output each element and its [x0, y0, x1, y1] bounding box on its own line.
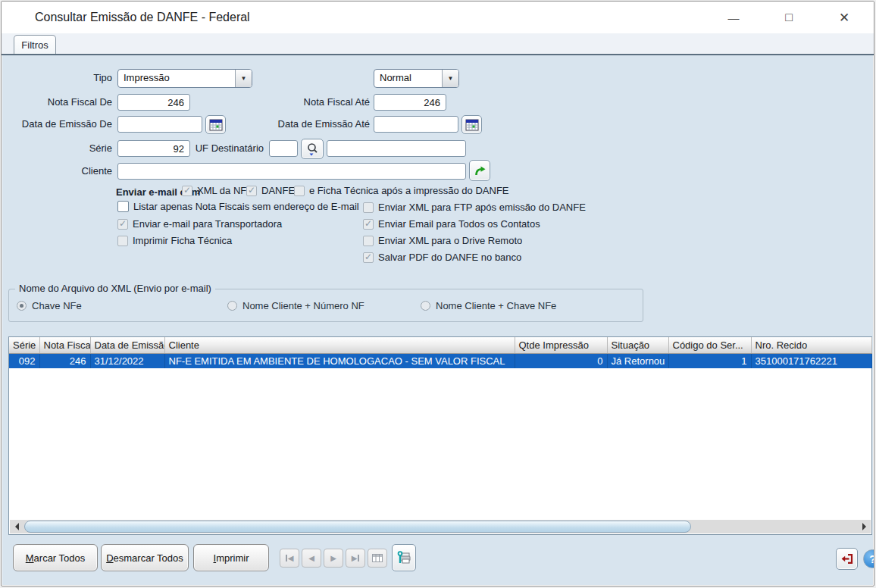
checkbox-label: e Ficha Técnica após a impressão do DANF… — [309, 185, 509, 196]
imprimir-button[interactable]: Imprimir — [193, 544, 269, 571]
column-header-qtde-impressao[interactable]: Qtde Impressão — [515, 337, 607, 354]
marcar-todos-button[interactable]: Marcar Todos — [13, 544, 98, 571]
uf-nome-input[interactable] — [327, 140, 466, 157]
radio-label: Chave NFe — [32, 300, 82, 311]
data-emissao-ate-input[interactable] — [374, 116, 458, 133]
column-header-data-emissao[interactable]: Data de Emissão — [90, 337, 164, 354]
help-button[interactable]: ? — [863, 549, 874, 568]
column-header-nro-recido[interactable]: Nro. Recido — [751, 337, 871, 354]
checkbox-ficha-tecnica: ✓ e Ficha Técnica após a impressão do DA… — [294, 185, 509, 196]
desmarcar-todos-button[interactable]: Desmarcar Todos — [101, 544, 189, 571]
tab-filtros[interactable]: Filtros — [14, 35, 56, 54]
cliente-input[interactable] — [117, 163, 466, 180]
tab-label: Filtros — [21, 39, 48, 51]
checkbox-label: DANFE — [261, 185, 295, 196]
first-bar-icon — [286, 555, 287, 561]
checkbox-listar-sem-email[interactable]: ✓ Listar apenas Nota Fiscais sem endereç… — [117, 201, 359, 212]
radio-chave-nfe: Chave NFe — [17, 300, 82, 311]
nav-next-icon: ▶ — [330, 554, 336, 562]
tipo-label: Tipo — [8, 72, 112, 83]
h-scrollbar[interactable] — [10, 520, 871, 533]
checkbox-box[interactable]: ✓ — [117, 201, 129, 212]
nota-fiscal-de-input[interactable] — [117, 94, 190, 111]
calendar-de-button[interactable] — [205, 115, 226, 134]
table-row[interactable]: 092 246 31/12/2022 NF-E EMITIDA EM AMBIE… — [9, 354, 871, 369]
close-button[interactable]: ✕ — [831, 6, 857, 29]
column-header-codigo[interactable]: Código do Ser... — [668, 337, 751, 354]
xml-filename-groupbox: Nome do Arquivo do XML (Envio por e-mail… — [8, 289, 643, 322]
scroll-thumb[interactable] — [24, 521, 691, 533]
column-header-serie[interactable]: Série — [9, 337, 39, 354]
radio-nome-cliente-chave-nfe: Nome Cliente + Chave NFe — [421, 300, 556, 311]
nav-next-button: ▶ — [324, 549, 343, 568]
maximize-button[interactable]: □ — [776, 6, 802, 29]
calendar-ate-button[interactable] — [461, 115, 482, 134]
chevron-down-icon[interactable]: ▼ — [442, 70, 458, 87]
filters-panel: Tipo Impressão ▼ Normal ▼ Nota Fiscal De… — [2, 55, 873, 585]
tipo-select[interactable]: Impressão ▼ — [117, 69, 252, 88]
scroll-right-icon — [862, 523, 870, 530]
danfe-consult-window: Consultar Emissão de DANFE - Federal — □… — [1, 1, 874, 586]
printer-settings-button[interactable] — [392, 544, 416, 571]
radio-dot — [17, 301, 27, 311]
printer-wrench-icon — [396, 550, 411, 565]
modo-value: Normal — [374, 70, 442, 87]
grid-icon — [372, 554, 383, 562]
radio-nome-cliente-numero-nf: Nome Cliente + Número NF — [227, 300, 364, 311]
check-icon: ✓ — [119, 218, 127, 229]
checkbox-label: Salvar PDF do DANFE no banco — [378, 252, 521, 263]
column-header-cliente[interactable]: Cliente — [164, 337, 515, 354]
checkbox-label: Enviar e-mail para Transportadora — [133, 218, 282, 230]
column-header-situacao[interactable]: Situação — [607, 337, 668, 354]
checkbox-email-todos-contatos: ✓ Enviar Email para Todos os Contatos — [363, 218, 540, 230]
cliente-go-button[interactable] — [469, 160, 490, 181]
cell-codigo: 1 — [668, 354, 751, 369]
title-bar[interactable]: Consultar Emissão de DANFE - Federal — □… — [2, 2, 874, 33]
tab-strip: Filtros — [2, 33, 874, 55]
calendar-icon — [465, 119, 479, 131]
cell-data-emissao: 31/12/2022 — [90, 354, 164, 369]
exit-button[interactable] — [836, 548, 858, 570]
cell-cliente: NF-E EMITIDA EM AMBIENTE DE HOMOLOGACAO … — [164, 354, 515, 369]
go-arrow-icon — [474, 164, 486, 177]
check-icon: ✓ — [248, 185, 255, 195]
close-icon: ✕ — [839, 10, 849, 26]
data-emissao-ate-label: Data de Emissão Até — [266, 118, 370, 130]
modo-select[interactable]: Normal ▼ — [374, 69, 459, 88]
checkbox-box: ✓ — [363, 202, 374, 213]
checkbox-box: ✓ — [246, 186, 257, 196]
nota-fiscal-ate-input[interactable] — [374, 94, 446, 111]
nota-fiscal-ate-label: Nota Fiscal Até — [266, 96, 370, 108]
column-header-nota-fiscal[interactable]: Nota Fiscal — [39, 337, 90, 354]
calendar-icon — [209, 119, 223, 131]
cell-situacao: Já Retornou — [607, 354, 668, 369]
checkbox-label: Enviar XML para o Drive Remoto — [378, 235, 522, 246]
serie-label: Série — [8, 142, 112, 154]
nav-prev-icon: ◀ — [288, 554, 294, 562]
checkbox-box: ✓ — [363, 252, 374, 263]
cell-nota-fiscal: 246 — [39, 354, 90, 369]
scroll-right-button[interactable] — [859, 520, 871, 533]
serie-input[interactable] — [117, 140, 190, 157]
data-emissao-de-input[interactable] — [117, 116, 202, 133]
nav-prev-icon: ◀ — [308, 554, 314, 562]
checkbox-imprimir-ficha: ✓ Imprimir Ficha Técnica — [117, 235, 232, 246]
chevron-down-icon[interactable]: ▼ — [235, 70, 252, 87]
checkbox-label: Imprimir Ficha Técnica — [133, 235, 232, 246]
scroll-left-button[interactable] — [10, 520, 22, 533]
groupbox-title: Nome do Arquivo do XML (Envio por e-mail… — [15, 283, 215, 294]
minimize-button[interactable]: — — [721, 6, 746, 29]
nav-last-button: ▶ — [346, 549, 365, 568]
radio-label: Nome Cliente + Número NF — [242, 300, 364, 311]
record-navigator: ◀ ◀ ▶ ▶ — [280, 549, 387, 568]
checkbox-box: ✓ — [117, 219, 128, 230]
cell-serie: 092 — [9, 354, 39, 369]
checkbox-salvar-pdf: ✓ Salvar PDF do DANFE no banco — [363, 252, 521, 263]
checkbox-box: ✓ — [294, 186, 305, 196]
uf-search-button[interactable] — [301, 139, 324, 159]
scroll-left-icon — [11, 523, 19, 530]
checkbox-box: ✓ — [182, 186, 192, 196]
radio-dot — [421, 301, 430, 311]
radio-dot — [227, 301, 237, 311]
uf-input[interactable] — [269, 140, 298, 157]
